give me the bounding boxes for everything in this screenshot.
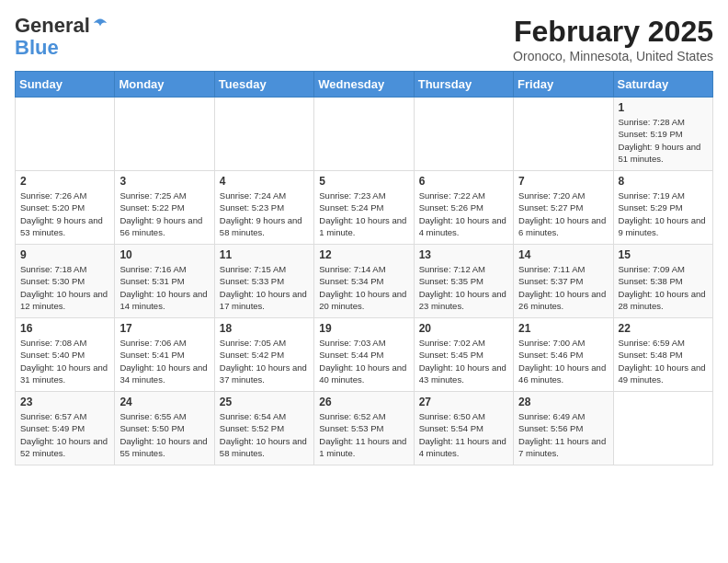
- day-number: 28: [518, 396, 608, 408]
- day-info: Sunrise: 7:18 AM Sunset: 5:30 PM Dayligh…: [20, 263, 109, 312]
- week-row-2: 2Sunrise: 7:26 AM Sunset: 5:20 PM Daylig…: [16, 171, 713, 245]
- day-info: Sunrise: 6:50 AM Sunset: 5:54 PM Dayligh…: [419, 410, 508, 459]
- calendar-cell: 24Sunrise: 6:55 AM Sunset: 5:50 PM Dayli…: [115, 392, 214, 465]
- day-info: Sunrise: 7:14 AM Sunset: 5:34 PM Dayligh…: [319, 263, 408, 312]
- day-info: Sunrise: 7:25 AM Sunset: 5:22 PM Dayligh…: [119, 190, 209, 238]
- logo: General Blue: [15, 15, 108, 59]
- day-number: 27: [419, 396, 508, 408]
- day-info: Sunrise: 7:15 AM Sunset: 5:33 PM Dayligh…: [220, 263, 309, 312]
- logo-text-general: General: [15, 15, 90, 37]
- day-number: 1: [619, 101, 708, 114]
- day-number: 12: [319, 248, 408, 261]
- day-number: 19: [319, 322, 408, 335]
- calendar-cell: 2Sunrise: 7:26 AM Sunset: 5:20 PM Daylig…: [16, 171, 115, 245]
- calendar-cell: [115, 98, 214, 171]
- day-number: 3: [119, 175, 209, 188]
- calendar-cell: [314, 98, 414, 171]
- weekday-header-monday: Monday: [115, 72, 214, 98]
- calendar-cell: 15Sunrise: 7:09 AM Sunset: 5:38 PM Dayli…: [613, 245, 712, 318]
- day-info: Sunrise: 6:49 AM Sunset: 5:56 PM Dayligh…: [518, 410, 608, 459]
- calendar-cell: 25Sunrise: 6:54 AM Sunset: 5:52 PM Dayli…: [214, 392, 313, 465]
- day-number: 26: [319, 396, 408, 408]
- calendar-cell: 7Sunrise: 7:20 AM Sunset: 5:27 PM Daylig…: [514, 171, 613, 245]
- day-number: 25: [220, 396, 309, 408]
- day-info: Sunrise: 6:59 AM Sunset: 5:48 PM Dayligh…: [619, 337, 708, 385]
- day-info: Sunrise: 7:24 AM Sunset: 5:23 PM Dayligh…: [220, 190, 309, 238]
- weekday-header-thursday: Thursday: [414, 72, 513, 98]
- weekday-header-saturday: Saturday: [613, 72, 712, 98]
- day-info: Sunrise: 7:02 AM Sunset: 5:45 PM Dayligh…: [419, 337, 508, 385]
- day-info: Sunrise: 7:23 AM Sunset: 5:24 PM Dayligh…: [319, 190, 408, 238]
- calendar-cell: 3Sunrise: 7:25 AM Sunset: 5:22 PM Daylig…: [115, 171, 214, 245]
- day-number: 5: [319, 175, 408, 188]
- week-row-1: 1Sunrise: 7:28 AM Sunset: 5:19 PM Daylig…: [16, 98, 713, 171]
- calendar-cell: [613, 392, 712, 465]
- day-number: 15: [619, 248, 708, 261]
- day-info: Sunrise: 7:08 AM Sunset: 5:40 PM Dayligh…: [20, 337, 109, 385]
- calendar-cell: 17Sunrise: 7:06 AM Sunset: 5:41 PM Dayli…: [115, 318, 214, 392]
- calendar-cell: [414, 98, 513, 171]
- calendar-cell: 19Sunrise: 7:03 AM Sunset: 5:44 PM Dayli…: [314, 318, 414, 392]
- calendar-cell: 6Sunrise: 7:22 AM Sunset: 5:26 PM Daylig…: [414, 171, 513, 245]
- logo-text-blue: Blue: [15, 37, 59, 59]
- day-info: Sunrise: 7:28 AM Sunset: 5:19 PM Dayligh…: [619, 116, 708, 165]
- weekday-header-wednesday: Wednesday: [314, 72, 414, 98]
- calendar-cell: [514, 98, 613, 171]
- day-info: Sunrise: 7:03 AM Sunset: 5:44 PM Dayligh…: [319, 337, 408, 385]
- day-info: Sunrise: 7:12 AM Sunset: 5:35 PM Dayligh…: [419, 263, 508, 312]
- day-info: Sunrise: 7:22 AM Sunset: 5:26 PM Dayligh…: [419, 190, 508, 238]
- calendar-cell: 21Sunrise: 7:00 AM Sunset: 5:46 PM Dayli…: [514, 318, 613, 392]
- week-row-5: 23Sunrise: 6:57 AM Sunset: 5:49 PM Dayli…: [16, 392, 713, 465]
- calendar-cell: 27Sunrise: 6:50 AM Sunset: 5:54 PM Dayli…: [414, 392, 513, 465]
- location-subtitle: Oronoco, Minnesota, United States: [513, 49, 713, 63]
- day-info: Sunrise: 6:52 AM Sunset: 5:53 PM Dayligh…: [319, 410, 408, 459]
- calendar-cell: 13Sunrise: 7:12 AM Sunset: 5:35 PM Dayli…: [414, 245, 513, 318]
- weekday-header-row: SundayMondayTuesdayWednesdayThursdayFrid…: [16, 72, 713, 98]
- calendar-cell: [16, 98, 115, 171]
- day-number: 14: [518, 248, 608, 261]
- logo-icon: [92, 15, 108, 31]
- day-info: Sunrise: 7:05 AM Sunset: 5:42 PM Dayligh…: [220, 337, 309, 385]
- calendar-cell: 8Sunrise: 7:19 AM Sunset: 5:29 PM Daylig…: [613, 171, 712, 245]
- month-title: February 2025: [513, 15, 713, 49]
- calendar-cell: [214, 98, 313, 171]
- day-info: Sunrise: 6:54 AM Sunset: 5:52 PM Dayligh…: [220, 410, 309, 459]
- day-number: 21: [518, 322, 608, 335]
- calendar-cell: 14Sunrise: 7:11 AM Sunset: 5:37 PM Dayli…: [514, 245, 613, 318]
- calendar-table: SundayMondayTuesdayWednesdayThursdayFrid…: [15, 71, 713, 465]
- day-number: 17: [119, 322, 209, 335]
- day-info: Sunrise: 7:00 AM Sunset: 5:46 PM Dayligh…: [518, 337, 608, 385]
- calendar-cell: 11Sunrise: 7:15 AM Sunset: 5:33 PM Dayli…: [214, 245, 313, 318]
- calendar-cell: 22Sunrise: 6:59 AM Sunset: 5:48 PM Dayli…: [613, 318, 712, 392]
- weekday-header-sunday: Sunday: [16, 72, 115, 98]
- day-info: Sunrise: 6:55 AM Sunset: 5:50 PM Dayligh…: [119, 410, 209, 459]
- calendar-cell: 16Sunrise: 7:08 AM Sunset: 5:40 PM Dayli…: [16, 318, 115, 392]
- calendar-cell: 12Sunrise: 7:14 AM Sunset: 5:34 PM Dayli…: [314, 245, 414, 318]
- weekday-header-friday: Friday: [514, 72, 613, 98]
- day-number: 18: [220, 322, 309, 335]
- calendar-cell: 9Sunrise: 7:18 AM Sunset: 5:30 PM Daylig…: [16, 245, 115, 318]
- calendar-cell: 10Sunrise: 7:16 AM Sunset: 5:31 PM Dayli…: [115, 245, 214, 318]
- day-info: Sunrise: 7:06 AM Sunset: 5:41 PM Dayligh…: [119, 337, 209, 385]
- day-info: Sunrise: 7:09 AM Sunset: 5:38 PM Dayligh…: [619, 263, 708, 312]
- page-header: General Blue February 2025 Oronoco, Minn…: [15, 15, 713, 63]
- day-number: 16: [20, 322, 109, 335]
- day-number: 24: [119, 396, 209, 408]
- day-number: 13: [419, 248, 508, 261]
- day-number: 23: [20, 396, 109, 408]
- day-number: 6: [419, 175, 508, 188]
- calendar-cell: 23Sunrise: 6:57 AM Sunset: 5:49 PM Dayli…: [16, 392, 115, 465]
- day-info: Sunrise: 7:16 AM Sunset: 5:31 PM Dayligh…: [119, 263, 209, 312]
- day-number: 2: [20, 175, 109, 188]
- calendar-cell: 5Sunrise: 7:23 AM Sunset: 5:24 PM Daylig…: [314, 171, 414, 245]
- day-number: 8: [619, 175, 708, 188]
- title-block: February 2025 Oronoco, Minnesota, United…: [513, 15, 713, 63]
- calendar-cell: 28Sunrise: 6:49 AM Sunset: 5:56 PM Dayli…: [514, 392, 613, 465]
- week-row-3: 9Sunrise: 7:18 AM Sunset: 5:30 PM Daylig…: [16, 245, 713, 318]
- day-number: 10: [119, 248, 209, 261]
- calendar-cell: 4Sunrise: 7:24 AM Sunset: 5:23 PM Daylig…: [214, 171, 313, 245]
- day-info: Sunrise: 6:57 AM Sunset: 5:49 PM Dayligh…: [20, 410, 109, 459]
- day-number: 9: [20, 248, 109, 261]
- calendar-cell: 20Sunrise: 7:02 AM Sunset: 5:45 PM Dayli…: [414, 318, 513, 392]
- day-info: Sunrise: 7:11 AM Sunset: 5:37 PM Dayligh…: [518, 263, 608, 312]
